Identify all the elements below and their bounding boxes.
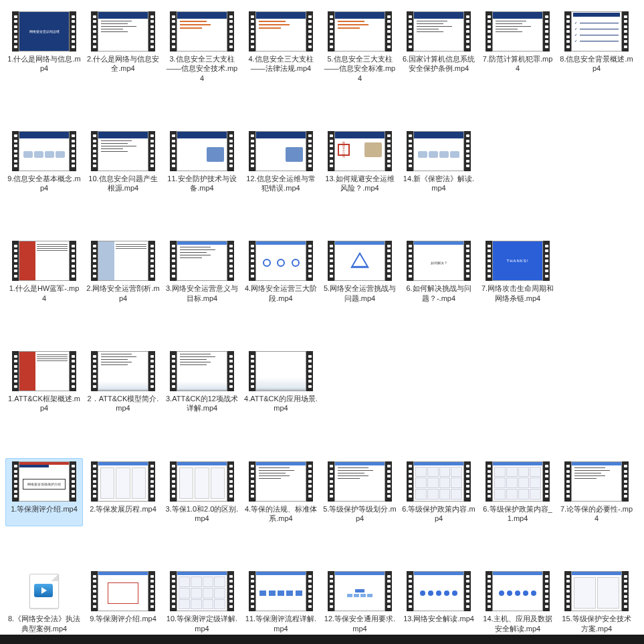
- file-item[interactable]: 6.国家计算机信息系统安全保护条例.mp4: [400, 8, 477, 86]
- film-strip: [306, 241, 313, 281]
- slide-preview: [177, 461, 227, 502]
- file-label: 2.等保发展历程.mp4: [90, 504, 156, 523]
- file-label: 5.等级保护等级划分.mp4: [323, 504, 397, 524]
- video-thumbnail: [407, 571, 471, 611]
- file-label: 15.等级保护安全技术方案.mp4: [560, 614, 633, 633]
- file-item[interactable]: 15.等级保护安全技术方案.mp4: [558, 568, 635, 637]
- file-item[interactable]: 12.信息安全运维与常犯错误.mp4: [242, 128, 320, 197]
- taskbar[interactable]: [0, 635, 644, 644]
- slide-preview: [571, 461, 622, 502]
- film-strip: [249, 351, 255, 391]
- film-strip: [148, 351, 155, 391]
- film-strip: [70, 131, 76, 171]
- film-strip: [486, 571, 492, 611]
- file-item[interactable]: 12.等保安全通用要求.mp4: [321, 568, 399, 637]
- file-item[interactable]: 6.等级保护政策内容_1.mp4: [479, 458, 556, 527]
- film-strip: [12, 131, 19, 171]
- slide-preview: 网络安全意识与运维: [19, 11, 70, 51]
- slide-preview: [413, 461, 464, 502]
- film-strip: [227, 131, 234, 171]
- file-item[interactable]: 6.等级保护政策内容.mp4: [400, 458, 477, 527]
- file-item[interactable]: 1.ATT&CK框架概述.mp4: [5, 348, 83, 417]
- file-label: 3.信息安全三大支柱——信息安全技术.mp4: [165, 54, 239, 83]
- file-item[interactable]: 8.《网络安全法》执法典型案例.mp4: [5, 568, 83, 637]
- video-thumbnail: [91, 351, 155, 391]
- file-item[interactable]: 14.主机、应用及数据安全解读.mp4: [479, 568, 556, 637]
- file-label: 7.防范计算机犯罪.mp4: [481, 54, 554, 74]
- film-strip: [306, 571, 313, 611]
- film-strip: [70, 241, 76, 281]
- file-item[interactable]: 5.等级保护等级划分.mp4: [321, 458, 399, 527]
- file-item[interactable]: 3.信息安全三大支柱——信息安全技术.mp4: [163, 8, 241, 86]
- film-strip: [486, 11, 492, 51]
- film-strip: [12, 351, 19, 391]
- video-thumbnail: [170, 461, 234, 502]
- file-item[interactable]: 2．ATT&CK模型简介.mp4: [84, 348, 162, 417]
- file-item[interactable]: 7.防范计算机犯罪.mp4: [479, 8, 556, 86]
- slide-preview: [19, 351, 70, 391]
- film-strip: [249, 131, 255, 171]
- video-thumbnail: [328, 241, 392, 281]
- video-thumbnail: [91, 241, 155, 281]
- film-strip: [407, 11, 413, 51]
- slide-preview: [98, 571, 148, 611]
- video-thumbnail: [407, 11, 471, 51]
- film-strip: [385, 461, 392, 502]
- slide-preview: [413, 11, 464, 51]
- file-label: 7.网络攻击生命周期和网络杀链.mp4: [481, 284, 554, 303]
- file-item[interactable]: THANKS!7.网络攻击生命周期和网络杀链.mp4: [479, 237, 556, 306]
- video-thumbnail: [328, 571, 392, 611]
- slide-preview: [492, 571, 543, 611]
- video-thumbnail: [12, 241, 76, 281]
- file-item[interactable]: 5.信息安全三大支柱——信息安全标准.mp4: [321, 8, 399, 86]
- file-item[interactable]: 4.网络安全运营三大阶段.mp4: [242, 237, 320, 306]
- file-label: 5.网络安全运营挑战与问题.mp4: [323, 284, 397, 303]
- slide-preview: [413, 131, 464, 171]
- file-item[interactable]: 2.等保发展历程.mp4: [84, 458, 162, 527]
- film-strip: [543, 11, 550, 51]
- file-item[interactable]: 1.什么是HW蓝军-.mp4: [5, 237, 83, 306]
- file-item[interactable]: 10.等保测评定级详解.mp4: [163, 568, 241, 637]
- file-item[interactable]: 13.网络安全解读.mp4: [400, 568, 477, 637]
- file-item[interactable]: 3.ATT&CK的12项战术详解.mp4: [163, 348, 241, 417]
- film-strip: [249, 571, 255, 611]
- file-item[interactable]: 4.等保的法规、标准体系.mp4: [242, 458, 320, 527]
- file-item[interactable]: 网络安全等级保护介绍1.等保测评介绍.mp4: [5, 458, 83, 527]
- file-item[interactable]: 9.信息安全基本概念.mp4: [5, 128, 83, 197]
- film-strip: [328, 571, 334, 611]
- file-item[interactable]: 2.网络安全运营剖析.mp4: [84, 237, 162, 306]
- film-strip: [385, 131, 392, 171]
- file-item[interactable]: 网络安全运维13.如何规避安全运维风险？.mp4: [321, 128, 399, 197]
- file-item[interactable]: 5.网络安全运营挑战与问题.mp4: [321, 237, 399, 306]
- film-strip: [170, 11, 177, 51]
- file-item[interactable]: 网络安全意识与运维1.什么是网络与信息.mp4: [5, 8, 83, 86]
- video-thumbnail: [564, 461, 629, 502]
- file-item[interactable]: 14.新《保密法》解读.mp4: [400, 128, 477, 197]
- file-label: 12.信息安全运维与常犯错误.mp4: [244, 174, 318, 193]
- file-label: 2.什么是网络与信息安全.mp4: [86, 54, 160, 74]
- file-item[interactable]: 4.信息安全三大支柱——法律法规.mp4: [242, 8, 320, 86]
- video-thumbnail: [249, 131, 313, 171]
- film-strip: [227, 461, 234, 502]
- file-item[interactable]: 4.ATT&CK的应用场景.mp4: [242, 348, 320, 417]
- film-strip: [148, 241, 155, 281]
- video-thumbnail: [91, 11, 155, 51]
- file-item[interactable]: 11.安全防护技术与设备.mp4: [163, 128, 241, 197]
- file-item[interactable]: 3.等保1.0和2.0的区别.mp4: [163, 458, 241, 527]
- film-strip: [385, 571, 392, 611]
- file-label: 1.什么是HW蓝军-.mp4: [7, 284, 81, 303]
- video-thumbnail: [249, 351, 313, 391]
- file-item[interactable]: 7.论等保的必要性-.mp4: [558, 458, 635, 527]
- file-item[interactable]: 8.信息安全背景概述.mp4: [558, 8, 635, 86]
- film-strip: [91, 461, 98, 502]
- file-item[interactable]: 11.等保测评流程详解.mp4: [242, 568, 320, 637]
- file-item[interactable]: 3.网络安全运营意义与目标.mp4: [163, 237, 241, 306]
- file-label: 1.等保测评介绍.mp4: [11, 504, 78, 523]
- file-item[interactable]: 10.信息安全问题产生根源.mp4: [84, 128, 162, 197]
- slide-preview: [98, 241, 148, 281]
- file-item[interactable]: 2.什么是网络与信息安全.mp4: [84, 8, 162, 86]
- file-label: 14.主机、应用及数据安全解读.mp4: [481, 614, 554, 633]
- file-item[interactable]: 9.等保测评介绍.mp4: [84, 568, 162, 637]
- film-strip: [328, 241, 334, 281]
- file-item[interactable]: 如何解决？6.如何解决挑战与问题？-.mp4: [400, 237, 477, 306]
